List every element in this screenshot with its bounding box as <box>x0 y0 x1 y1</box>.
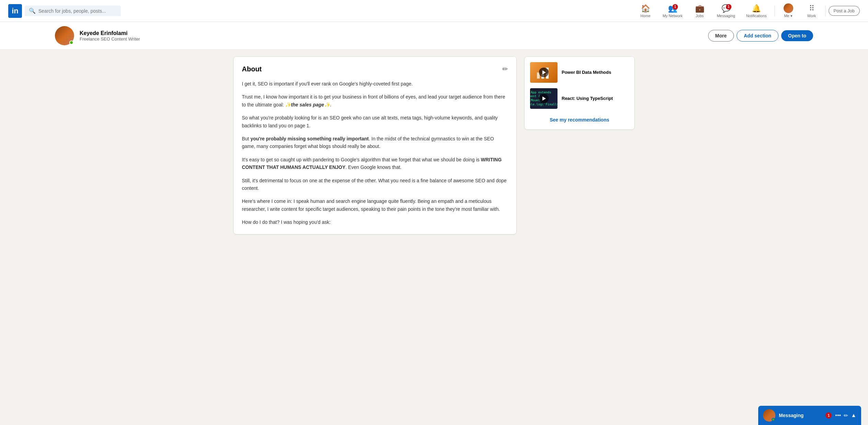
play-button-powerbi[interactable] <box>539 68 549 77</box>
navbar: in 🔍 🏠 Home 👥1 My Network 💼 Jobs 💬1 Mess… <box>0 0 868 22</box>
about-para-7: Here's where I come in: I speak human an… <box>242 197 508 213</box>
work-icon: ⠿ <box>809 4 814 13</box>
rec-item-powerbi: Power BI Data Methods <box>530 62 629 83</box>
nav-me[interactable]: Me ▾ <box>777 1 799 20</box>
nav-work[interactable]: ⠿ Work <box>801 2 823 20</box>
nav-items: 🏠 Home 👥1 My Network 💼 Jobs 💬1 Messaging… <box>634 1 860 20</box>
msg-actions: ••• ✏ ▲ <box>835 412 856 419</box>
home-icon: 🏠 <box>641 4 650 13</box>
msg-avatar <box>763 409 775 422</box>
about-para-8: How do I do that? I was hoping you'd ask… <box>242 218 508 226</box>
profile-info: Keyede Erinfolami Freelance SEO Content … <box>80 30 703 42</box>
sales-page-text: ✨the sales page✨ <box>285 102 330 107</box>
jobs-label: Jobs <box>696 14 704 18</box>
rec-thumbnail-powerbi[interactable] <box>530 62 558 83</box>
nav-divider-2 <box>825 5 826 16</box>
msg-badge: 1 <box>825 412 832 418</box>
search-bar[interactable]: 🔍 <box>25 5 121 16</box>
rec-item-react: class App extendsComponent { {billMount;… <box>530 88 629 109</box>
me-label: Me ▾ <box>784 14 792 18</box>
caps-emphasis: WRITING CONTENT THAT HUMANS ACTUALLY ENJ… <box>242 157 502 170</box>
bold-emphasis: you're probably missing something really… <box>250 136 369 141</box>
msg-online-dot <box>772 418 775 421</box>
msg-compose-button[interactable]: ✏ <box>844 412 848 419</box>
jobs-icon: 💼 <box>695 4 704 13</box>
msg-collapse-button[interactable]: ▲ <box>851 412 856 418</box>
me-avatar <box>784 3 793 13</box>
online-indicator <box>69 41 73 45</box>
about-header: About ✏ <box>242 65 508 73</box>
msg-label-text: Messaging <box>779 413 804 418</box>
notifications-icon: 🔔 <box>752 4 761 13</box>
about-para-4: But you're probably missing something re… <box>242 135 508 150</box>
nav-my-network[interactable]: 👥1 My Network <box>658 2 687 20</box>
messaging-widget[interactable]: Messaging 1 ••• ✏ ▲ <box>758 406 861 425</box>
nav-jobs[interactable]: 💼 Jobs <box>689 2 711 20</box>
more-button[interactable]: More <box>708 30 734 42</box>
play-button-react[interactable] <box>539 94 549 103</box>
about-title: About <box>242 65 262 73</box>
my-network-badge: 1 <box>672 4 678 10</box>
search-input[interactable] <box>38 8 117 14</box>
rec-title-react: React: Using TypeScript <box>562 95 613 102</box>
my-network-label: My Network <box>662 14 682 18</box>
linkedin-logo[interactable]: in <box>8 4 22 18</box>
about-para-5: It's easy to get so caught up with pande… <box>242 156 508 171</box>
play-triangle-icon-react <box>542 96 546 101</box>
nav-home[interactable]: 🏠 Home <box>634 2 656 20</box>
about-card: About ✏ I get it, SEO is important if yo… <box>234 57 516 234</box>
msg-dots-button[interactable]: ••• <box>835 412 841 418</box>
main-layout: About ✏ I get it, SEO is important if yo… <box>228 57 640 234</box>
messaging-badge: 1 <box>726 4 731 10</box>
about-para-2: Trust me, I know how important it is to … <box>242 93 508 108</box>
profile-name: Keyede Erinfolami <box>80 30 703 36</box>
rec-title-powerbi: Power BI Data Methods <box>562 69 611 76</box>
about-para-1: I get it, SEO is important if you'll eve… <box>242 80 508 88</box>
nav-messaging[interactable]: 💬1 Messaging <box>712 2 740 20</box>
messaging-label: Messaging <box>717 14 735 18</box>
post-job-button[interactable]: Post a Job <box>829 6 860 16</box>
profile-title: Freelance SEO Content Writer <box>80 36 703 42</box>
play-triangle-icon <box>542 70 546 74</box>
profile-subheader: Keyede Erinfolami Freelance SEO Content … <box>0 22 868 50</box>
see-recommendations-link[interactable]: See my recommendations <box>530 114 629 124</box>
about-para-6: Still, it's detrimental to focus on one … <box>242 177 508 192</box>
work-label: Work <box>807 14 816 18</box>
me-avatar-img <box>784 3 793 13</box>
logo-letter: in <box>12 7 19 15</box>
open-to-button[interactable]: Open to <box>781 30 813 41</box>
msg-label: Messaging <box>779 413 822 418</box>
add-section-button[interactable]: Add section <box>737 30 778 42</box>
notifications-label: Notifications <box>746 14 767 18</box>
nav-divider-1 <box>774 5 775 16</box>
profile-avatar <box>55 26 74 45</box>
nav-notifications[interactable]: 🔔 Notifications <box>741 2 772 20</box>
edit-about-icon[interactable]: ✏ <box>502 65 508 73</box>
home-label: Home <box>641 14 650 18</box>
about-para-3: So what you're probably looking for is a… <box>242 114 508 129</box>
my-network-icon: 👥1 <box>668 4 677 13</box>
messaging-icon: 💬1 <box>722 4 731 13</box>
recommendations-card: Power BI Data Methods class App extendsC… <box>525 57 634 129</box>
search-icon: 🔍 <box>29 8 36 14</box>
profile-actions: More Add section Open to <box>708 30 813 42</box>
sidebar: Power BI Data Methods class App extendsC… <box>525 57 634 234</box>
rec-thumbnail-react[interactable]: class App extendsComponent { {billMount;… <box>530 88 558 109</box>
